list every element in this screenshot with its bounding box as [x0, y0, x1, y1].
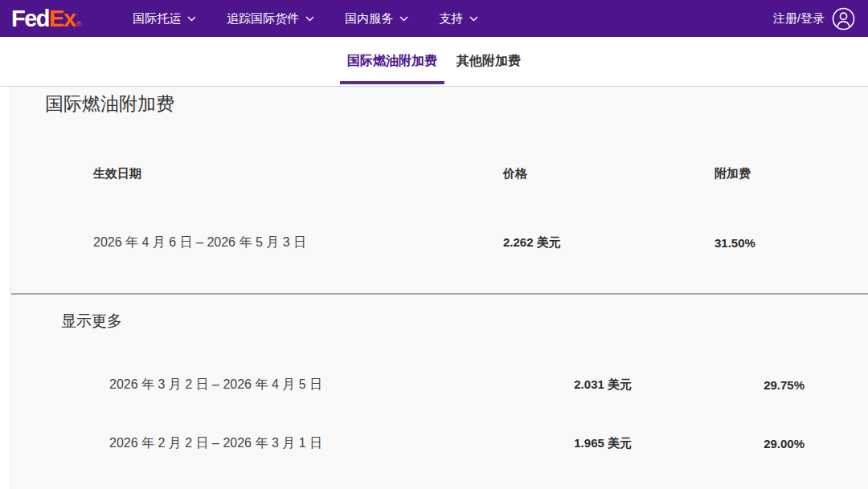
show-more-toggle[interactable]: 显示更多: [11, 311, 122, 332]
table-row: 2026 年 2 月 2 日 – 2026 年 3 月 1 日 1.965 美元…: [109, 435, 868, 452]
table-row: 2026 年 3 月 2 日 – 2026 年 4 月 5 日 2.031 美元…: [109, 377, 868, 393]
chevron-down-icon: [305, 16, 314, 22]
tab-label: 其他附加费: [457, 53, 521, 70]
fuel-surcharge-table: 生效日期 价格 附加费 2026 年 4 月 6 日 – 2026 年 5 月 …: [93, 166, 868, 251]
table-header-row: 生效日期 价格 附加费: [93, 166, 868, 181]
column-header-surcharge: 附加费: [714, 166, 868, 181]
surcharge-value: 29.75%: [632, 378, 805, 392]
nav-item-label: 国内服务: [345, 11, 393, 26]
historical-surcharge-table: 2026 年 3 月 2 日 – 2026 年 4 月 5 日 2.031 美元…: [109, 377, 868, 452]
sign-in-register-button[interactable]: 注册/登录: [773, 7, 855, 31]
effective-date-value: 2026 年 3 月 2 日 – 2026 年 4 月 5 日: [109, 377, 451, 393]
effective-date-value: 2026 年 2 月 2 日 – 2026 年 3 月 1 日: [109, 435, 451, 452]
tab-label: 国际燃油附加费: [347, 53, 437, 70]
price-value: 1.965 美元: [451, 436, 632, 451]
main-nav: 国际托运 追踪国际货件 国内服务 支持: [133, 11, 478, 26]
surcharge-value: 29.00%: [632, 437, 805, 450]
nav-item-label: 追踪国际货件: [227, 11, 299, 26]
nav-item-support[interactable]: 支持: [439, 11, 478, 26]
nav-item-label: 国际托运: [133, 11, 181, 26]
price-value: 2.262 美元: [503, 235, 714, 251]
logo-fed-text: Fed: [11, 6, 49, 31]
chevron-down-icon: [187, 16, 196, 22]
surcharge-value: 31.50%: [714, 236, 868, 250]
nav-item-international-shipping[interactable]: 国际托运: [133, 11, 196, 26]
chevron-down-icon: [399, 16, 408, 22]
nav-item-domestic-services[interactable]: 国内服务: [345, 11, 408, 26]
nav-item-label: 支持: [439, 11, 463, 26]
registered-mark-icon: ®: [76, 21, 82, 28]
column-header-price: 价格: [503, 166, 714, 181]
page-title: 国际燃油附加费: [11, 87, 868, 116]
column-header-effective-date: 生效日期: [93, 166, 503, 181]
chevron-down-icon: [469, 16, 478, 22]
fedex-logo[interactable]: FedEx ®: [11, 6, 81, 31]
user-circle-icon: [832, 7, 855, 31]
surcharge-tabstrip: 国际燃油附加费 其他附加费: [0, 37, 868, 87]
tab-other-surcharges[interactable]: 其他附加费: [449, 37, 528, 86]
price-value: 2.031 美元: [451, 377, 632, 393]
tab-international-fuel-surcharge[interactable]: 国际燃油附加费: [340, 37, 444, 86]
effective-date-value: 2026 年 4 月 6 日 – 2026 年 5 月 3 日: [93, 234, 503, 251]
section-divider: [11, 293, 868, 295]
top-navigation-bar: FedEx ® 国际托运 追踪国际货件 国内服务 支持 注册/登录: [0, 0, 868, 37]
sign-in-register-label: 注册/登录: [773, 11, 825, 26]
table-row: 2026 年 4 月 6 日 – 2026 年 5 月 3 日 2.262 美元…: [93, 234, 868, 251]
nav-item-track-international[interactable]: 追踪国际货件: [227, 11, 314, 26]
logo-ex-text: Ex: [49, 6, 75, 31]
content-panel: 国际燃油附加费 生效日期 价格 附加费 2026 年 4 月 6 日 – 202…: [10, 87, 868, 489]
